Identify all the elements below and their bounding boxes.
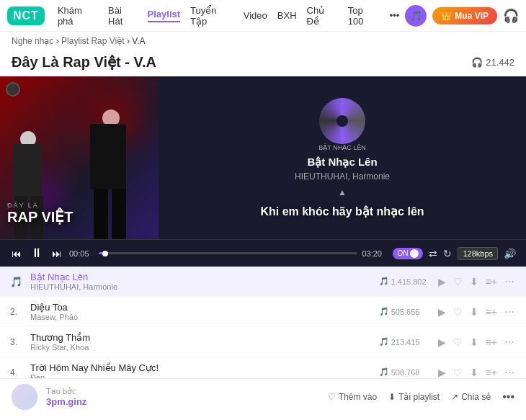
creator-name[interactable]: 3pm.ginz — [46, 396, 86, 407]
progress-dot — [102, 251, 108, 256]
volume-button[interactable]: 🔊 — [504, 248, 516, 259]
nav-kham-pha[interactable]: Khám phá — [58, 5, 98, 27]
song-plays: 🎵 505.656 — [379, 307, 437, 316]
headphone-count-icon: 🎧 — [471, 57, 483, 68]
song-actions: ▶ ♡ ⬇ ≡+ ⋯ — [437, 305, 516, 319]
page-title-row: Đây Là Rap Việt - V.A 🎧 21.442 — [0, 50, 526, 76]
total-time: 03:20 — [362, 249, 387, 258]
play-count-value: 505.656 — [391, 308, 420, 316]
player-artists: HIEUTHUHAI, Harmonie — [295, 171, 390, 182]
header: NCT Khám phá Bài Hát Playlist Tuyển Tập … — [0, 0, 526, 32]
toggle-button[interactable]: ON — [393, 248, 423, 259]
next-button[interactable]: ⏭ — [50, 246, 63, 261]
album-text: ĐÂY LÀ RAP VIỆT — [7, 202, 73, 225]
song-actions: ▶ ♡ ⬇ ≡+ ⋯ — [437, 274, 516, 289]
song-title-text[interactable]: Thương Thầm — [30, 332, 90, 343]
more-options-button[interactable]: ⋯ — [503, 274, 516, 289]
song-actions: ▶ ♡ ⬇ ≡+ ⋯ — [437, 335, 516, 349]
add-to-button[interactable]: ♡ Thêm vào — [328, 392, 377, 402]
add-to-playlist-button[interactable]: ≡+ — [484, 335, 499, 349]
song-info: Trời Hôm Nay Nhiều Mây Cực! Đen — [30, 362, 379, 378]
play-action-button[interactable]: ▶ — [437, 365, 447, 379]
headphone-icon[interactable]: 🎧 — [503, 8, 519, 24]
nav-playlist[interactable]: Playlist — [148, 9, 181, 22]
footer-more-button[interactable]: ••• — [502, 390, 514, 403]
user-avatar[interactable]: 🎵 — [405, 5, 427, 27]
download-song-button[interactable]: ⬇ — [468, 365, 480, 379]
nav-bxh[interactable]: BXH — [277, 10, 297, 21]
disc-label: BẬT NHẠC LÊN — [318, 144, 365, 151]
share-button[interactable]: ↗ Chia sẻ — [451, 392, 491, 402]
song-number: 3. — [10, 337, 30, 347]
song-title: Thương Thầm — [30, 332, 379, 343]
song-title-text[interactable]: Diệu Toa — [30, 302, 68, 313]
nav-top100[interactable]: Top 100 — [348, 5, 380, 27]
play-action-button[interactable]: ▶ — [437, 305, 447, 319]
quality-button[interactable]: 128kbps — [458, 247, 498, 260]
nav-tuyen-tap[interactable]: Tuyển Tập — [190, 5, 233, 27]
progress-container: 00:05 03:20 — [69, 249, 387, 258]
nav-bai-hat[interactable]: Bài Hát — [108, 5, 137, 27]
song-list: 🎵 Bật Nhạc Lên HIEUTHUHAI, Harmonie 🎵 1.… — [0, 267, 526, 378]
download-song-button[interactable]: ⬇ — [468, 305, 480, 319]
breadcrumb-current: V.A — [132, 36, 145, 46]
expand-arrow-icon[interactable]: ▲ — [338, 187, 347, 197]
nav-video[interactable]: Video — [244, 10, 267, 21]
song-info: Bật Nhạc Lên HIEUTHUHAI, Harmonie — [30, 272, 379, 291]
listen-count: 🎧 21.442 — [471, 57, 514, 68]
nav-chu-de[interactable]: Chủ Đề — [307, 5, 338, 27]
download-button[interactable]: ⬇ Tải playlist — [388, 392, 440, 402]
nav-more-icon[interactable]: ••• — [390, 10, 400, 21]
song-row[interactable]: 3. Thương Thầm Ricky Star, Khoa 🎵 213.41… — [0, 327, 526, 357]
download-label: Tải playlist — [398, 392, 440, 402]
like-button[interactable]: ♡ — [452, 305, 464, 319]
breadcrumb-playlist[interactable]: Playlist Rap Việt — [61, 36, 124, 46]
creator-info: Tạo bởi: 3pm.ginz — [46, 387, 86, 407]
download-song-button[interactable]: ⬇ — [468, 335, 480, 349]
more-options-button[interactable]: ⋯ — [503, 365, 516, 379]
play-count-icon: 🎵 — [379, 277, 389, 286]
song-row[interactable]: 4. Trời Hôm Nay Nhiều Mây Cực! Đen 🎵 508… — [0, 357, 526, 378]
disc-icon — [319, 98, 365, 144]
more-options-button[interactable]: ⋯ — [503, 305, 516, 319]
song-plays: 🎵 213.415 — [379, 337, 437, 347]
count-value: 21.442 — [486, 57, 514, 68]
progress-bar[interactable] — [99, 252, 357, 254]
album-rap-viet: RAP VIỆT — [7, 209, 73, 225]
play-count-icon: 🎵 — [379, 337, 389, 347]
song-row[interactable]: 2. Diệu Toa Masew, Pháo 🎵 505.656 ▶ ♡ ⬇ … — [0, 297, 526, 327]
like-button[interactable]: ♡ — [452, 365, 464, 379]
shuffle-button[interactable]: ⇄ — [429, 248, 437, 259]
nav: Khám phá Bài Hát Playlist Tuyển Tập Vide… — [58, 5, 399, 27]
more-options-button[interactable]: ⋯ — [503, 335, 516, 349]
play-count-icon: 🎵 — [379, 367, 389, 377]
repeat-button[interactable]: ↻ — [443, 248, 452, 259]
song-title-text[interactable]: Bật Nhạc Lên — [30, 272, 88, 282]
prev-button[interactable]: ⏮ — [10, 246, 23, 261]
download-icon: ⬇ — [388, 392, 396, 402]
play-action-button[interactable]: ▶ — [437, 335, 447, 349]
add-to-playlist-button[interactable]: ≡+ — [484, 305, 499, 319]
song-info: Thương Thầm Ricky Star, Khoa — [30, 332, 379, 352]
download-song-button[interactable]: ⬇ — [468, 274, 480, 289]
play-pause-button[interactable]: ⏸ — [29, 244, 45, 262]
play-action-button[interactable]: ▶ — [437, 274, 447, 289]
logo[interactable]: NCT — [7, 6, 45, 25]
song-plays: 🎵 508.768 — [379, 367, 437, 377]
breadcrumb: Nghe nhạc › Playlist Rap Việt › V.A — [0, 32, 526, 50]
toggle-circle — [410, 249, 419, 258]
song-title-text[interactable]: Trời Hôm Nay Nhiều Mây Cực! — [30, 362, 159, 373]
add-to-playlist-button[interactable]: ≡+ — [484, 274, 499, 289]
disc-center — [336, 115, 348, 127]
song-info: Diệu Toa Masew, Pháo — [30, 302, 379, 321]
lyrics-display: Khi em khóc hãy bật nhạc lên — [260, 205, 424, 218]
add-to-playlist-button[interactable]: ≡+ — [484, 365, 499, 379]
breadcrumb-home[interactable]: Nghe nhạc — [12, 36, 53, 46]
like-button[interactable]: ♡ — [452, 335, 464, 349]
current-time: 00:05 — [69, 249, 94, 258]
vip-button[interactable]: 👑 Mua VIP — [432, 7, 497, 24]
song-number: 4. — [10, 367, 30, 377]
song-row[interactable]: 🎵 Bật Nhạc Lên HIEUTHUHAI, Harmonie 🎵 1.… — [0, 267, 526, 297]
like-button[interactable]: ♡ — [452, 274, 464, 289]
album-day-la: ĐÂY LÀ — [7, 202, 73, 209]
